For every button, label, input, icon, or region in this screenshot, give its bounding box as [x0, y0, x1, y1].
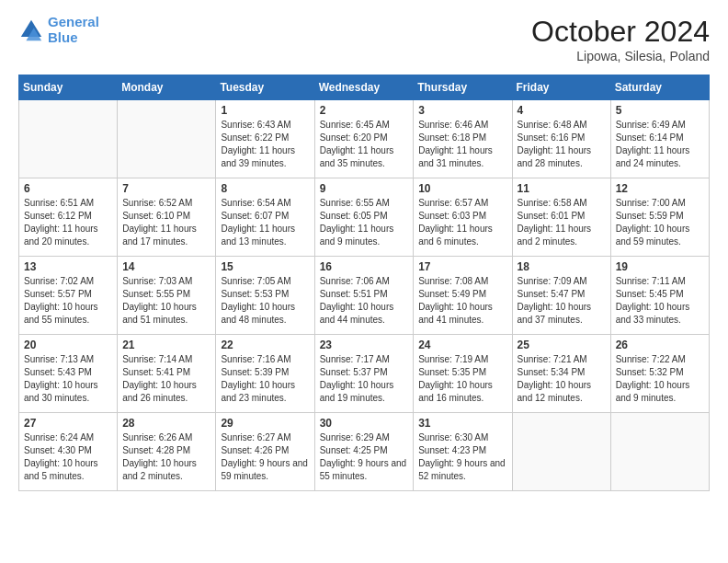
week-row-2: 6Sunrise: 6:51 AM Sunset: 6:12 PM Daylig…	[19, 178, 710, 257]
day-number: 26	[616, 339, 704, 351]
day-cell: 12Sunrise: 7:00 AM Sunset: 5:59 PM Dayli…	[610, 178, 709, 257]
day-number: 17	[418, 260, 506, 273]
location: Lipowa, Silesia, Poland	[531, 49, 710, 63]
day-number: 13	[24, 260, 112, 273]
day-cell: 23Sunrise: 7:17 AM Sunset: 5:37 PM Dayli…	[314, 335, 414, 413]
day-number: 15	[221, 260, 309, 273]
page: General Blue October 2024 Lipowa, Silesi…	[0, 0, 728, 510]
day-number: 27	[24, 417, 112, 430]
day-cell: 20Sunrise: 7:13 AM Sunset: 5:43 PM Dayli…	[19, 335, 118, 413]
day-number: 3	[418, 104, 506, 117]
day-info: Sunrise: 7:05 AM Sunset: 5:53 PM Dayligh…	[221, 275, 309, 327]
week-row-1: 1Sunrise: 6:43 AM Sunset: 6:22 PM Daylig…	[19, 100, 710, 178]
day-number: 4	[518, 104, 606, 117]
day-cell: 24Sunrise: 7:19 AM Sunset: 5:35 PM Dayli…	[414, 335, 512, 413]
day-number: 29	[221, 417, 309, 430]
day-cell: 25Sunrise: 7:21 AM Sunset: 5:34 PM Dayli…	[512, 335, 610, 413]
day-info: Sunrise: 6:49 AM Sunset: 6:14 PM Dayligh…	[616, 119, 704, 170]
day-cell: 17Sunrise: 7:08 AM Sunset: 5:49 PM Dayli…	[414, 257, 512, 335]
logo-general: General	[48, 14, 99, 29]
day-cell: 26Sunrise: 7:22 AM Sunset: 5:32 PM Dayli…	[610, 335, 709, 413]
day-info: Sunrise: 7:13 AM Sunset: 5:43 PM Dayligh…	[24, 353, 112, 405]
day-info: Sunrise: 6:27 AM Sunset: 4:26 PM Dayligh…	[221, 431, 309, 483]
logo-blue: Blue	[48, 29, 78, 45]
day-info: Sunrise: 7:19 AM Sunset: 5:35 PM Dayligh…	[418, 353, 506, 405]
day-info: Sunrise: 6:46 AM Sunset: 6:18 PM Dayligh…	[418, 119, 506, 170]
day-info: Sunrise: 7:11 AM Sunset: 5:45 PM Dayligh…	[616, 275, 704, 327]
day-number: 28	[122, 417, 210, 430]
day-cell: 7Sunrise: 6:52 AM Sunset: 6:10 PM Daylig…	[118, 178, 216, 257]
day-cell: 13Sunrise: 7:02 AM Sunset: 5:57 PM Dayli…	[19, 257, 118, 335]
col-wednesday: Wednesday	[314, 75, 414, 100]
logo-icon	[18, 17, 44, 43]
header-row: Sunday Monday Tuesday Wednesday Thursday…	[19, 75, 710, 100]
day-cell: 22Sunrise: 7:16 AM Sunset: 5:39 PM Dayli…	[216, 335, 314, 413]
day-info: Sunrise: 6:24 AM Sunset: 4:30 PM Dayligh…	[24, 431, 112, 483]
day-number: 6	[24, 182, 112, 195]
day-cell: 27Sunrise: 6:24 AM Sunset: 4:30 PM Dayli…	[19, 413, 118, 491]
day-info: Sunrise: 6:29 AM Sunset: 4:25 PM Dayligh…	[320, 431, 409, 483]
day-info: Sunrise: 7:03 AM Sunset: 5:55 PM Dayligh…	[122, 275, 210, 327]
day-number: 11	[518, 182, 606, 195]
day-cell: 16Sunrise: 7:06 AM Sunset: 5:51 PM Dayli…	[314, 257, 414, 335]
day-info: Sunrise: 6:45 AM Sunset: 6:20 PM Dayligh…	[320, 119, 409, 170]
day-number: 2	[320, 104, 409, 117]
logo-text: General Blue	[48, 15, 99, 45]
day-number: 20	[24, 339, 112, 351]
calendar-table: Sunday Monday Tuesday Wednesday Thursday…	[18, 75, 710, 491]
day-info: Sunrise: 7:02 AM Sunset: 5:57 PM Dayligh…	[24, 275, 112, 327]
week-row-5: 27Sunrise: 6:24 AM Sunset: 4:30 PM Dayli…	[19, 413, 710, 491]
day-info: Sunrise: 7:16 AM Sunset: 5:39 PM Dayligh…	[221, 353, 309, 405]
day-number: 31	[418, 417, 506, 430]
col-friday: Friday	[512, 75, 610, 100]
day-info: Sunrise: 7:08 AM Sunset: 5:49 PM Dayligh…	[418, 275, 506, 327]
day-number: 10	[418, 182, 506, 195]
day-info: Sunrise: 6:52 AM Sunset: 6:10 PM Dayligh…	[122, 197, 210, 248]
day-number: 30	[320, 417, 409, 430]
day-info: Sunrise: 6:54 AM Sunset: 6:07 PM Dayligh…	[221, 197, 309, 248]
day-cell: 2Sunrise: 6:45 AM Sunset: 6:20 PM Daylig…	[314, 100, 414, 178]
day-number: 24	[418, 339, 506, 351]
day-number: 18	[518, 260, 606, 273]
day-cell	[610, 413, 709, 491]
day-number: 1	[221, 104, 309, 117]
logo: General Blue	[18, 15, 99, 45]
day-info: Sunrise: 7:14 AM Sunset: 5:41 PM Dayligh…	[122, 353, 210, 405]
day-cell: 8Sunrise: 6:54 AM Sunset: 6:07 PM Daylig…	[216, 178, 314, 257]
title-area: October 2024 Lipowa, Silesia, Poland	[531, 15, 710, 63]
day-info: Sunrise: 7:17 AM Sunset: 5:37 PM Dayligh…	[320, 353, 409, 405]
day-cell: 29Sunrise: 6:27 AM Sunset: 4:26 PM Dayli…	[216, 413, 314, 491]
day-cell: 5Sunrise: 6:49 AM Sunset: 6:14 PM Daylig…	[610, 100, 709, 178]
day-cell: 21Sunrise: 7:14 AM Sunset: 5:41 PM Dayli…	[118, 335, 216, 413]
day-cell: 3Sunrise: 6:46 AM Sunset: 6:18 PM Daylig…	[414, 100, 512, 178]
day-number: 16	[320, 260, 409, 273]
day-info: Sunrise: 7:06 AM Sunset: 5:51 PM Dayligh…	[320, 275, 409, 327]
day-cell: 11Sunrise: 6:58 AM Sunset: 6:01 PM Dayli…	[512, 178, 610, 257]
col-thursday: Thursday	[414, 75, 512, 100]
day-info: Sunrise: 7:22 AM Sunset: 5:32 PM Dayligh…	[616, 353, 704, 405]
day-number: 7	[122, 182, 210, 195]
day-cell: 14Sunrise: 7:03 AM Sunset: 5:55 PM Dayli…	[118, 257, 216, 335]
day-number: 8	[221, 182, 309, 195]
header: General Blue October 2024 Lipowa, Silesi…	[18, 15, 710, 63]
day-number: 12	[616, 182, 704, 195]
day-number: 19	[616, 260, 704, 273]
day-cell: 18Sunrise: 7:09 AM Sunset: 5:47 PM Dayli…	[512, 257, 610, 335]
col-saturday: Saturday	[610, 75, 709, 100]
day-number: 14	[122, 260, 210, 273]
day-cell: 9Sunrise: 6:55 AM Sunset: 6:05 PM Daylig…	[314, 178, 414, 257]
col-tuesday: Tuesday	[216, 75, 314, 100]
week-row-3: 13Sunrise: 7:02 AM Sunset: 5:57 PM Dayli…	[19, 257, 710, 335]
day-cell: 10Sunrise: 6:57 AM Sunset: 6:03 PM Dayli…	[414, 178, 512, 257]
day-info: Sunrise: 6:30 AM Sunset: 4:23 PM Dayligh…	[418, 431, 506, 483]
day-cell: 30Sunrise: 6:29 AM Sunset: 4:25 PM Dayli…	[314, 413, 414, 491]
day-number: 23	[320, 339, 409, 351]
col-monday: Monday	[118, 75, 216, 100]
day-cell: 4Sunrise: 6:48 AM Sunset: 6:16 PM Daylig…	[512, 100, 610, 178]
day-info: Sunrise: 6:58 AM Sunset: 6:01 PM Dayligh…	[518, 197, 606, 248]
day-info: Sunrise: 7:00 AM Sunset: 5:59 PM Dayligh…	[616, 197, 704, 248]
month-title: October 2024	[531, 15, 710, 49]
day-info: Sunrise: 6:43 AM Sunset: 6:22 PM Dayligh…	[221, 119, 309, 170]
day-info: Sunrise: 6:51 AM Sunset: 6:12 PM Dayligh…	[24, 197, 112, 248]
day-number: 9	[320, 182, 409, 195]
